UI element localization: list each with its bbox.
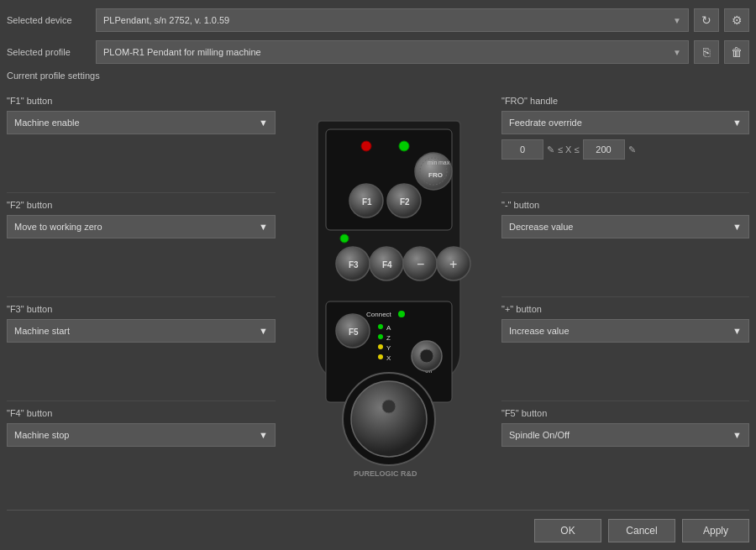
svg-text:min: min (428, 160, 437, 165)
f3-dropdown[interactable]: Machine start ▼ (7, 319, 276, 343)
f4-section: "F4" button Machine stop ▼ (7, 401, 276, 505)
f1-label: "F1" button (7, 96, 276, 106)
chevron-f1-icon: ▼ (259, 118, 268, 128)
f4-value: Machine stop (14, 430, 69, 440)
svg-text:X: X (386, 354, 391, 362)
refresh-button[interactable]: ↻ (694, 8, 719, 32)
f5-section: "F5" button Spindle On/Off ▼ (501, 401, 749, 505)
f1-dropdown[interactable]: Machine enable ▼ (7, 111, 276, 134)
f3-label: "F3" button (7, 304, 276, 314)
minus-dropdown[interactable]: Decrease value ▼ (501, 215, 749, 238)
fro-label: "FRO" handle (501, 96, 749, 106)
svg-text:F5: F5 (349, 327, 359, 337)
f5-value: Spindle On/Off (509, 430, 570, 440)
svg-point-12 (340, 234, 349, 243)
svg-text:PURELOGIC R&D: PURELOGIC R&D (354, 469, 417, 478)
apply-button[interactable]: Apply (682, 519, 749, 542)
svg-text:Z: Z (386, 334, 391, 342)
copy-icon: ⎘ (703, 45, 710, 59)
fro-max-edit-icon[interactable]: ✎ (628, 144, 636, 155)
trash-icon: 🗑 (731, 45, 743, 59)
plus-dropdown[interactable]: Increase value ▼ (501, 319, 749, 343)
selected-device-value: PLPendant, s/n 2752, v. 1.0.59 (103, 15, 229, 25)
svg-text:F1: F1 (362, 197, 372, 207)
plus-label: "+" button (501, 304, 749, 314)
selected-device-label: Selected device (7, 15, 91, 25)
svg-text:−: − (417, 257, 424, 271)
fro-section: "FRO" handle Feedrate override ▼ 0 ✎ ≤ X… (501, 89, 749, 192)
fro-value: Feedrate override (509, 118, 582, 128)
ok-label: OK (560, 525, 575, 537)
chevron-f3-icon: ▼ (259, 326, 268, 336)
svg-text:A: A (386, 324, 391, 332)
chevron-plus-icon: ▼ (732, 326, 742, 336)
svg-point-26 (378, 334, 383, 339)
svg-text:max: max (438, 160, 450, 165)
apply-label: Apply (703, 525, 728, 537)
minus-label: "-" button (501, 200, 749, 210)
f5-label: "F5" button (501, 408, 749, 418)
f2-label: "F2" button (7, 200, 276, 210)
svg-point-34 (420, 349, 433, 363)
selected-profile-value: PLOM-R1 Pendant for milling machine (103, 47, 261, 57)
svg-point-23 (398, 311, 405, 317)
chevron-f4-icon: ▼ (259, 430, 268, 440)
svg-point-2 (399, 141, 409, 151)
svg-text:+: + (449, 257, 457, 271)
minus-section: "-" button Decrease value ▼ (501, 192, 749, 296)
svg-text:F4: F4 (382, 260, 392, 270)
f2-value: Move to working zero (14, 222, 102, 232)
f3-value: Machine start (14, 326, 70, 336)
copy-button[interactable]: ⎘ (694, 40, 719, 64)
fro-min-edit-icon[interactable]: ✎ (547, 144, 554, 155)
f2-section: "F2" button Move to working zero ▼ (7, 192, 276, 296)
minus-value: Decrease value (509, 222, 573, 232)
svg-text:F2: F2 (400, 197, 410, 207)
svg-point-39 (382, 400, 396, 413)
f1-value: Machine enable (14, 118, 80, 128)
cancel-button[interactable]: Cancel (608, 519, 675, 542)
fro-min-input[interactable]: 0 (501, 139, 543, 160)
f4-label: "F4" button (7, 408, 276, 418)
bottom-bar: OK Cancel Apply (7, 510, 749, 543)
f3-section: "F3" button Machine start ▼ (7, 296, 276, 401)
f1-section: "F1" button Machine enable ▼ (7, 89, 276, 192)
cancel-label: Cancel (626, 525, 657, 537)
ok-button[interactable]: OK (534, 519, 601, 542)
svg-text:F3: F3 (349, 260, 359, 270)
svg-point-30 (378, 354, 383, 359)
svg-point-24 (378, 324, 383, 329)
fro-dropdown[interactable]: Feedrate override ▼ (501, 111, 749, 134)
settings-button[interactable]: ⚙ (724, 8, 749, 32)
f4-dropdown[interactable]: Machine stop ▼ (7, 423, 276, 447)
svg-text:FRO: FRO (428, 171, 443, 179)
svg-text:Connect: Connect (366, 311, 392, 318)
selected-profile-label: Selected profile (7, 47, 91, 57)
selected-device-dropdown[interactable]: PLPendant, s/n 2752, v. 1.0.59 ▼ (96, 8, 689, 32)
svg-point-28 (378, 344, 383, 349)
plus-value: Increase value (509, 326, 570, 336)
plus-section: "+" button Increase value ▼ (501, 296, 749, 401)
pendant-device-image: min max FRO F1 F2 F3 F4 (301, 117, 477, 478)
chevron-f5-icon: ▼ (732, 430, 742, 440)
chevron-down-icon: ▼ (673, 16, 681, 25)
svg-text:Y: Y (386, 344, 391, 352)
delete-button[interactable]: 🗑 (724, 40, 749, 64)
svg-point-1 (361, 141, 371, 151)
f2-dropdown[interactable]: Move to working zero ▼ (7, 215, 276, 238)
f5-dropdown[interactable]: Spindle On/Off ▼ (501, 423, 749, 447)
chevron-minus-icon: ▼ (732, 222, 742, 232)
selected-profile-dropdown[interactable]: PLOM-R1 Pendant for milling machine ▼ (96, 40, 689, 64)
chevron-f2-icon: ▼ (259, 222, 268, 232)
fro-max-input[interactable]: 200 (583, 139, 625, 160)
gear-icon: ⚙ (732, 13, 743, 27)
chevron-down-icon-2: ▼ (673, 48, 681, 57)
profile-settings-heading: Current profile settings (7, 71, 749, 81)
refresh-icon: ↻ (701, 13, 711, 27)
chevron-fro-icon: ▼ (732, 118, 742, 128)
fro-range-label: ≤ X ≤ (558, 144, 580, 155)
svg-point-38 (351, 381, 427, 457)
